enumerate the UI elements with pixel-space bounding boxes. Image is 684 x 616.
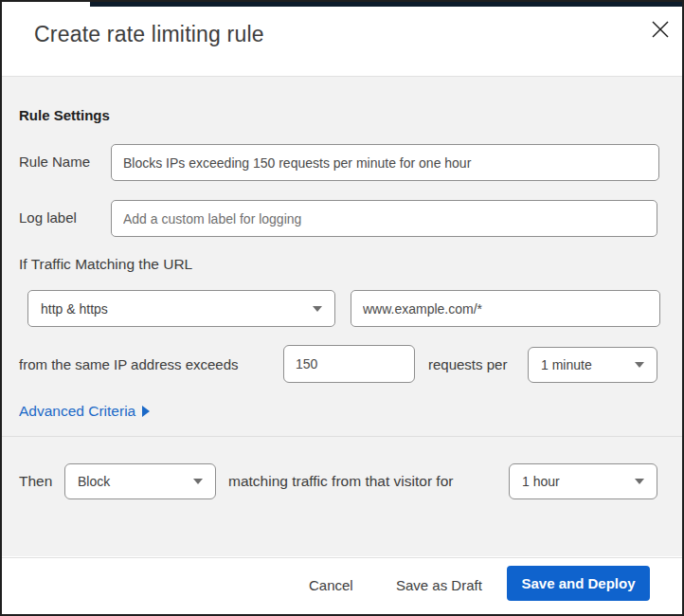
duration-select-value: 1 hour: [522, 474, 560, 489]
advanced-criteria-label: Advanced Criteria: [19, 403, 135, 420]
log-label-label: Log label: [19, 209, 77, 226]
duration-select[interactable]: 1 hour: [509, 463, 657, 499]
action-middle: matching traffic from that visitor for: [228, 473, 453, 490]
save-as-draft-button[interactable]: Save as Draft: [388, 571, 490, 599]
expand-right-icon: [142, 406, 150, 417]
close-button[interactable]: [644, 14, 676, 46]
chevron-down-icon: [635, 362, 644, 368]
chevron-down-icon: [313, 306, 322, 312]
url-input[interactable]: [351, 290, 660, 327]
action-select[interactable]: Block: [64, 463, 216, 499]
period-select-value: 1 minute: [541, 357, 592, 372]
footer-divider: [2, 557, 682, 558]
rule-name-input[interactable]: [111, 144, 659, 181]
advanced-criteria-link[interactable]: Advanced Criteria: [19, 403, 150, 420]
save-and-deploy-button[interactable]: Save and Deploy: [507, 566, 650, 601]
chevron-down-icon: [635, 479, 644, 484]
chevron-down-icon: [193, 479, 203, 484]
rule-name-label: Rule Name: [19, 154, 90, 171]
cancel-button[interactable]: Cancel: [301, 571, 361, 599]
section-divider: [2, 436, 682, 437]
requests-count-input[interactable]: [283, 345, 415, 383]
background-page-strip: [90, 2, 682, 7]
action-prefix: Then: [19, 473, 52, 490]
section-heading: Rule Settings: [19, 107, 110, 123]
threshold-prefix: from the same IP address exceeds: [19, 356, 239, 373]
scheme-select[interactable]: http & https: [27, 290, 335, 327]
threshold-middle: requests per: [428, 356, 507, 373]
period-select[interactable]: 1 minute: [528, 347, 657, 383]
log-label-input[interactable]: [111, 200, 657, 237]
modal-title: Create rate limiting rule: [34, 22, 264, 47]
close-icon: [650, 19, 671, 43]
traffic-match-intro: If Traffic Matching the URL: [19, 256, 192, 273]
header-divider: [2, 76, 682, 77]
action-select-value: Block: [78, 474, 110, 489]
rate-limit-modal: Create rate limiting rule Rule Settings …: [0, 0, 684, 616]
scheme-select-value: http & https: [41, 301, 108, 317]
